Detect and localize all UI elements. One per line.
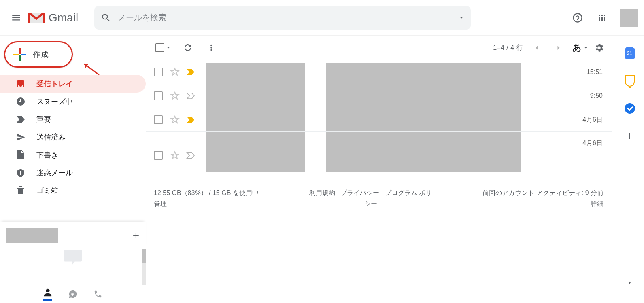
calendar-addon[interactable]: 31: [624, 48, 635, 59]
hangouts-new-chat[interactable]: +: [133, 229, 139, 242]
nav-label: ゴミ箱: [36, 186, 58, 195]
settings-button[interactable]: [594, 42, 604, 53]
nav-snoozed[interactable]: スヌーズ中: [0, 93, 146, 110]
mail-checkbox[interactable]: [154, 151, 163, 160]
spam-icon: [15, 167, 26, 178]
dropdown-caret-icon: [583, 45, 588, 50]
search-bar[interactable]: [94, 6, 471, 30]
hide-side-panel-button[interactable]: [622, 275, 638, 291]
side-panel: 31 +: [615, 36, 644, 303]
star-toggle[interactable]: [170, 67, 180, 77]
importance-marker[interactable]: [186, 116, 195, 123]
mail-checkbox[interactable]: [154, 91, 163, 100]
send-icon: [15, 132, 26, 142]
header-actions: [568, 8, 638, 28]
search-input[interactable]: [118, 13, 459, 22]
hangouts-scrollbar[interactable]: [142, 249, 146, 285]
ime-label: あ: [572, 42, 582, 54]
importance-marker[interactable]: [186, 68, 195, 76]
google-apps-button[interactable]: [592, 8, 612, 28]
product-name: Gmail: [49, 11, 78, 24]
importance-marker[interactable]: [186, 92, 195, 100]
get-addons-button[interactable]: +: [624, 130, 635, 142]
star-toggle[interactable]: [170, 150, 180, 160]
mail-row[interactable]: 4月6日: [146, 108, 612, 131]
keep-icon: [625, 75, 635, 87]
mail-time: 4月6日: [582, 116, 603, 124]
plus-multicolor-icon: [13, 47, 27, 62]
more-vert-icon: [207, 43, 216, 52]
search-options-dropdown[interactable]: [459, 15, 464, 21]
svg-rect-2: [13, 54, 19, 55]
tasks-addon[interactable]: [624, 103, 635, 114]
hangouts-tab-contacts[interactable]: [43, 288, 52, 301]
important-icon: [15, 114, 26, 125]
hangouts-tab-chats[interactable]: [68, 290, 77, 299]
important-icon: [186, 152, 195, 159]
speech-bubble-icon: [63, 249, 83, 267]
star-icon: [170, 115, 180, 125]
mail-list: 15:51 9:50 4月6日 4月6日: [146, 60, 612, 179]
footer-activity: 前回のアカウント アクティビティ: 9 分前 詳細: [458, 189, 604, 208]
nav-label: 下書き: [36, 150, 58, 160]
svg-rect-0: [19, 48, 21, 54]
mail-row[interactable]: 9:50: [146, 84, 612, 108]
nav-drafts[interactable]: 下書き: [0, 146, 146, 164]
main-content: 1–4 / 4 行 あ 15:51: [146, 36, 615, 303]
input-tools-button[interactable]: あ: [572, 42, 588, 54]
nav-trash[interactable]: ゴミ箱: [0, 182, 146, 199]
mail-row[interactable]: 4月6日: [146, 131, 612, 179]
star-toggle[interactable]: [170, 115, 180, 125]
next-page-button[interactable]: [550, 40, 567, 56]
footer-manage-link[interactable]: 管理: [154, 200, 283, 208]
chevron-right-icon: [626, 279, 633, 286]
calendar-icon: 31: [625, 48, 635, 59]
mail-checkbox[interactable]: [154, 115, 163, 124]
nav-spam[interactable]: 迷惑メール: [0, 164, 146, 182]
mail-checkbox[interactable]: [154, 68, 163, 76]
inbox-icon: [15, 78, 26, 89]
sidebar: 作成 受信トレイ スヌーズ中 重要 送信済み: [0, 36, 146, 303]
account-avatar[interactable]: [620, 9, 638, 27]
compose-button[interactable]: 作成: [4, 41, 73, 68]
mail-time: 15:51: [587, 68, 603, 76]
mail-time: 4月6日: [582, 139, 603, 148]
draft-icon: [15, 150, 26, 160]
main-menu-button[interactable]: [6, 8, 26, 28]
support-button[interactable]: [568, 8, 587, 28]
hangouts-user[interactable]: [6, 228, 58, 243]
nav-inbox[interactable]: 受信トレイ: [0, 75, 146, 93]
hangouts-tabs: [0, 285, 146, 303]
header: Gmail: [0, 0, 644, 36]
trash-icon: [15, 185, 26, 196]
importance-marker[interactable]: [186, 152, 195, 159]
hangouts-tab-calls[interactable]: [94, 290, 102, 299]
mail-row[interactable]: 15:51: [146, 60, 612, 84]
plus-icon: +: [626, 129, 633, 142]
more-button[interactable]: [203, 40, 219, 56]
footer: 12.55 GB（83%） / 15 GB を使用中 管理 利用規約 · プライ…: [146, 179, 612, 208]
help-icon: [572, 12, 583, 23]
hangouts-header: +: [0, 222, 146, 249]
refresh-button[interactable]: [180, 40, 196, 56]
keep-addon[interactable]: [624, 75, 635, 87]
prev-page-button[interactable]: [529, 40, 545, 56]
apps-grid-icon: [597, 13, 607, 23]
nav-label: スヌーズ中: [36, 97, 73, 106]
gmail-logo-icon: [28, 11, 45, 25]
star-toggle[interactable]: [170, 91, 180, 101]
mail-time: 9:50: [590, 92, 603, 100]
gmail-logo[interactable]: Gmail: [28, 11, 78, 25]
select-all-checkbox[interactable]: [154, 42, 172, 54]
important-icon: [186, 92, 195, 100]
hangouts-panel: +: [0, 222, 146, 303]
page-count: 1–4 / 4 行: [493, 44, 523, 52]
toolbar: 1–4 / 4 行 あ: [146, 36, 612, 60]
nav-important[interactable]: 重要: [0, 110, 146, 128]
star-icon: [170, 67, 180, 77]
svg-rect-1: [19, 55, 21, 61]
footer-policies[interactable]: 利用規約 · プライバシー · プログラム ポリ シー: [283, 189, 458, 208]
clock-icon: [15, 96, 26, 107]
footer-details-link[interactable]: 詳細: [458, 200, 604, 208]
nav-sent[interactable]: 送信済み: [0, 128, 146, 146]
